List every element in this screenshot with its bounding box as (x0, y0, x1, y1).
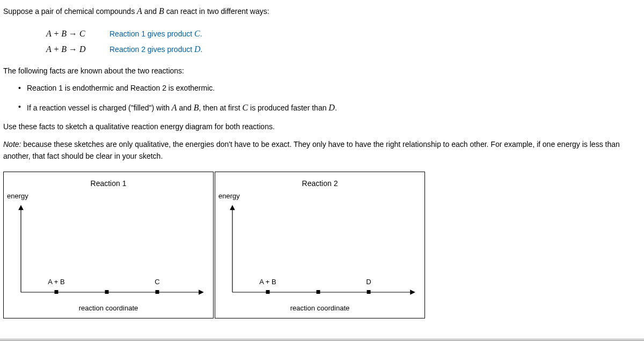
fact2-suf: . (335, 103, 337, 112)
fact2-b: B (194, 103, 199, 112)
eq2-lhs: A + B (46, 45, 67, 54)
note: Note: because these sketches are only qu… (3, 138, 644, 162)
diagram2-tick-end[interactable] (367, 290, 371, 294)
eq2-desc-prefix: Reaction 2 gives product (109, 45, 194, 54)
facts-intro: The following facts are known about the … (3, 65, 644, 77)
equation-row-2: A + B → D Reaction 2 gives product D. (46, 41, 202, 57)
note-label: Note: (3, 140, 21, 149)
var-b: B (159, 6, 164, 16)
eq2-desc-suffix: . (201, 45, 203, 54)
fact2-mid: , then at first (199, 103, 243, 112)
intro-prefix: Suppose a pair of chemical compounds (3, 7, 137, 16)
eq2-arrow: → (69, 45, 77, 54)
diagram2-ylabel: energy (218, 191, 417, 202)
eq2-desc: Reaction 2 gives product D. (109, 41, 202, 57)
fact-2: If a reaction vessel is charged ("filled… (18, 101, 644, 115)
diagram2-xlabel: reaction coordinate (223, 303, 417, 314)
eq1-rhs: C (79, 29, 85, 38)
diagram1-xlabel: reaction coordinate (11, 303, 206, 314)
diagram1-tick-start[interactable] (55, 290, 58, 294)
eq2-formula: A + B → D (46, 41, 109, 57)
eq2-desc-prod: D (194, 45, 201, 54)
intro-end: can react in two different ways: (164, 7, 269, 16)
diagram1-end-label: C (155, 277, 159, 288)
instruction: Use these facts to sketch a qualitative … (3, 121, 644, 132)
question-content: Suppose a pair of chemical compounds A a… (3, 4, 644, 318)
equations-block: A + B → C Reaction 1 gives product C. A … (46, 26, 644, 57)
intro-text: Suppose a pair of chemical compounds A a… (3, 4, 644, 18)
diagram2-start-label: A + B (259, 277, 276, 288)
diagram2-axes (223, 204, 417, 301)
diagram-reaction-1[interactable]: Reaction 1 energy A + B (3, 172, 214, 318)
diagram1-start-label: A + B (48, 277, 64, 288)
fact-1: Reaction 1 is endothermic and Reaction 2… (18, 82, 644, 94)
eq2-rhs: D (79, 45, 86, 54)
fact2-pre: If a reaction vessel is charged ("filled… (27, 103, 172, 112)
diagram1-ylabel: energy (7, 191, 206, 202)
fact2-mid2: is produced faster than (248, 103, 328, 112)
fact2-and: and (177, 103, 194, 112)
diagram2-tick-mid[interactable] (317, 290, 320, 294)
eq1-formula: A + B → C (46, 26, 109, 42)
diagram1-tick-end[interactable] (156, 290, 159, 294)
diagram2-tick-start[interactable] (266, 290, 270, 294)
diagram1-plot[interactable]: A + B C (11, 204, 206, 301)
var-a: A (137, 6, 142, 16)
eq1-desc-suffix: . (200, 29, 202, 38)
fact2-a: A (172, 103, 177, 112)
diagram1-axes (11, 204, 206, 301)
diagram2-end-label: D (366, 277, 371, 288)
fact2-c: C (242, 103, 248, 112)
intro-and: and (142, 7, 159, 16)
eq1-desc-prod: C (194, 29, 200, 38)
diagrams-row: Reaction 1 energy A + B (3, 172, 644, 318)
eq1-lhs: A + B (46, 29, 67, 38)
diagram1-title: Reaction 1 (11, 177, 206, 189)
note-text: because these sketches are only qualitat… (3, 140, 620, 160)
eq1-desc: Reaction 1 gives product C. (109, 26, 202, 42)
eq1-arrow: → (69, 29, 77, 38)
facts-list: Reaction 1 is endothermic and Reaction 2… (18, 82, 644, 114)
eq1-desc-prefix: Reaction 1 gives product (109, 29, 194, 38)
fact2-d: D (328, 103, 335, 112)
diagram1-tick-mid[interactable] (105, 290, 109, 294)
diagram2-plot[interactable]: A + B D (223, 204, 417, 301)
diagram-reaction-2[interactable]: Reaction 2 energy A + B (215, 172, 425, 318)
diagram2-title: Reaction 2 (223, 177, 417, 189)
equation-row-1: A + B → C Reaction 1 gives product C. (46, 26, 202, 42)
